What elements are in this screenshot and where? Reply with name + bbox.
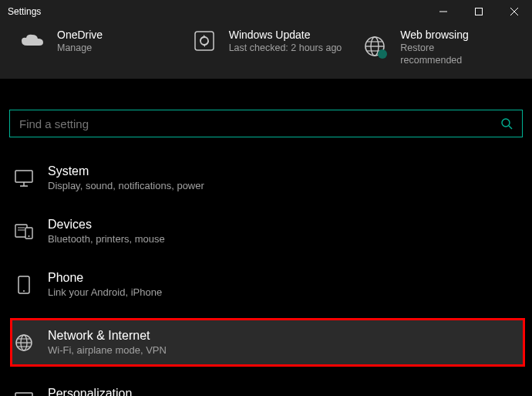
onedrive-card[interactable]: OneDrive Manage (19, 28, 170, 54)
windows-update-card[interactable]: Windows Update Last checked: 2 hours ago (190, 28, 342, 54)
svg-rect-30 (15, 393, 32, 397)
onedrive-title: OneDrive (57, 28, 103, 42)
window-controls (426, 0, 532, 23)
svg-rect-15 (15, 171, 32, 182)
personalization-icon (14, 392, 34, 397)
titlebar: Settings (0, 0, 532, 23)
globe-badge-icon (362, 35, 389, 59)
web-browsing-card[interactable]: Web browsing Restore recommended (362, 28, 513, 66)
windows-update-title: Windows Update (229, 28, 342, 42)
minimize-icon (439, 8, 447, 15)
category-title: System (48, 164, 204, 179)
globe-icon (14, 333, 34, 352)
close-icon (510, 8, 518, 15)
search-input[interactable] (19, 117, 491, 130)
category-sub: Wi-Fi, airplane mode, VPN (48, 344, 167, 357)
svg-point-12 (378, 49, 387, 59)
category-sub: Display, sound, notifications, power (48, 179, 204, 192)
category-sub: Link your Android, iPhone (48, 286, 162, 299)
sync-icon (190, 29, 218, 52)
category-title: Phone (48, 270, 162, 286)
header-cards: OneDrive Manage Windows Update Last chec… (0, 23, 532, 79)
minimize-button[interactable] (426, 0, 461, 23)
close-button[interactable] (497, 0, 532, 23)
category-title: Network & Internet (48, 328, 167, 344)
cloud-icon (19, 32, 46, 49)
content-area: System Display, sound, notifications, po… (0, 79, 532, 396)
svg-rect-4 (195, 32, 214, 50)
category-personalization[interactable]: Personalization Background, lock screen,… (12, 383, 523, 396)
phone-icon (14, 276, 34, 294)
web-browsing-sub1: Restore (400, 42, 468, 54)
system-icon (14, 170, 34, 187)
svg-marker-6 (203, 45, 205, 47)
maximize-icon (475, 8, 483, 15)
svg-point-13 (502, 119, 510, 127)
svg-rect-1 (476, 8, 483, 15)
category-devices[interactable]: Devices Bluetooth, printers, mouse (12, 214, 523, 249)
category-title: Personalization (48, 386, 190, 396)
windows-update-sub: Last checked: 2 hours ago (229, 42, 342, 54)
web-browsing-title: Web browsing (400, 28, 468, 42)
category-title: Devices (48, 217, 165, 232)
maximize-button[interactable] (461, 0, 497, 23)
category-network[interactable]: Network & Internet Wi-Fi, airplane mode,… (12, 320, 523, 364)
search-icon (500, 117, 513, 130)
svg-line-14 (509, 126, 512, 129)
category-system[interactable]: System Display, sound, notifications, po… (12, 161, 523, 195)
search-box[interactable] (9, 110, 523, 137)
devices-icon (14, 223, 34, 240)
window-title: Settings (8, 6, 426, 17)
svg-point-24 (23, 290, 25, 292)
web-browsing-sub2: recommended (400, 54, 468, 66)
category-phone[interactable]: Phone Link your Android, iPhone (12, 267, 523, 302)
category-sub: Bluetooth, printers, mouse (48, 232, 165, 245)
svg-point-22 (29, 235, 30, 237)
category-list: System Display, sound, notifications, po… (9, 161, 523, 396)
svg-marker-5 (204, 35, 206, 37)
onedrive-sub: Manage (57, 42, 103, 54)
